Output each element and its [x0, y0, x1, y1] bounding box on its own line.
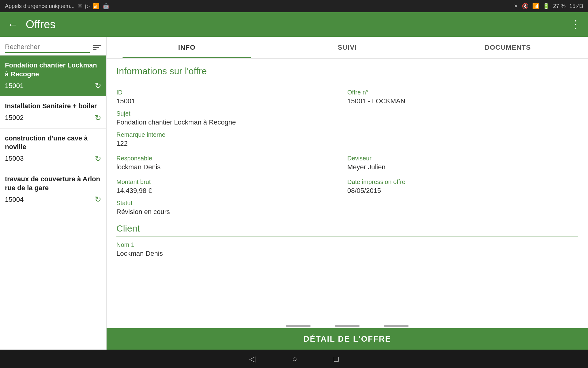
detail-offer-label: DÉTAIL DE L'OFFRE — [303, 334, 391, 344]
battery-percent: 27 % — [553, 3, 566, 10]
scroll-thumb-1 — [286, 325, 311, 327]
montant-value: 14.439,98 € — [116, 187, 347, 195]
montant-field: Montant brut 14.439,98 € — [116, 174, 347, 195]
scroll-thumb-2 — [335, 325, 360, 327]
back-button[interactable]: ← — [7, 18, 18, 31]
statut-field: Statut Révision en cours — [116, 200, 578, 216]
remarque-value: 122 — [116, 140, 578, 148]
sidebar-item-title: Fondation chantier Lockman à Recogne — [5, 61, 101, 79]
sidebar-item-title: construction d'une cave à noville — [5, 134, 101, 151]
detail-content: Informations sur l'offre ID 15001 Offre … — [107, 59, 588, 323]
sidebar: Fondation chantier Lockman à Recogne 150… — [0, 37, 107, 350]
tab-suivi[interactable]: SUIVI — [267, 37, 428, 58]
clock: 15:43 — [569, 3, 583, 10]
sidebar-item-id: 15002 — [5, 114, 24, 122]
android-icon: 🤖 — [103, 3, 109, 10]
nav-recents-button[interactable]: □ — [334, 354, 339, 364]
nom1-label: Nom 1 — [116, 241, 578, 248]
more-menu-button[interactable]: ⋮ — [570, 18, 581, 31]
remarque-label: Remarque interne — [116, 131, 578, 138]
main-content: Fondation chantier Lockman à Recogne 150… — [0, 37, 588, 350]
battery-icon: 🔋 — [543, 3, 549, 10]
sidebar-item-id: 15004 — [5, 196, 24, 204]
nav-bar: ◁ ○ □ — [0, 350, 588, 368]
offre-value: 15001 - LOCKMAN — [347, 97, 578, 105]
sidebar-item[interactable]: construction d'une cave à noville 15003 … — [0, 128, 106, 169]
sidebar-item-title: travaux de couverture à Arlon rue de la … — [5, 175, 101, 192]
wifi-icon: 📶 — [93, 3, 100, 10]
id-offre-grid: ID 15001 Offre n° 15001 - LOCKMAN — [116, 84, 578, 105]
sidebar-item[interactable]: travaux de couverture à Arlon rue de la … — [0, 169, 106, 210]
date-imp-field: Date impression offre 08/05/2015 — [347, 174, 578, 195]
sidebar-item[interactable]: Fondation chantier Lockman à Recogne 150… — [0, 56, 106, 96]
app-bar-left: ← Offres — [7, 18, 55, 31]
responsable-label: Responsable — [116, 155, 347, 162]
sidebar-item-id: 15003 — [5, 155, 24, 163]
responsable-field: Responsable lockman Denis — [116, 150, 347, 171]
sync-icon: ↻ — [95, 195, 101, 204]
offer-section-title: Informations sur l'offre — [116, 66, 578, 79]
offre-field: Offre n° 15001 - LOCKMAN — [347, 84, 578, 105]
responsable-deviseur-grid: Responsable lockman Denis Deviseur Meyer… — [116, 150, 578, 171]
montant-date-grid: Montant brut 14.439,98 € Date impression… — [116, 174, 578, 195]
date-imp-value: 08/05/2015 — [347, 187, 578, 195]
responsable-value: lockman Denis — [116, 163, 347, 171]
deviseur-field: Deviseur Meyer Julien — [347, 150, 578, 171]
search-input[interactable] — [5, 42, 90, 53]
status-bar: Appels d'urgence uniquem... ✉ ▷ 📶 🤖 ✴ 🔇 … — [0, 0, 588, 12]
nom1-field: Nom 1 Lockman Denis — [116, 241, 578, 258]
status-bar-left: Appels d'urgence uniquem... ✉ ▷ 📶 🤖 — [5, 3, 109, 10]
sync-icon: ↻ — [95, 154, 101, 163]
sidebar-item[interactable]: Installation Sanitaire + boiler 15002 ↻ — [0, 96, 106, 128]
detail-panel: INFO SUIVI DOCUMENTS Informations sur l'… — [107, 37, 588, 350]
bluetooth-icon: ✴ — [514, 3, 518, 10]
sidebar-item-footer: 15004 ↻ — [5, 195, 101, 204]
detail-offer-button[interactable]: DÉTAIL DE L'OFFRE — [107, 328, 588, 350]
id-label: ID — [116, 89, 347, 96]
client-section: Client Nom 1 Lockman Denis — [116, 223, 578, 258]
nav-back-button[interactable]: ◁ — [249, 354, 255, 364]
email-icon: ✉ — [78, 3, 82, 10]
sujet-value: Fondation chantier Lockman à Recogne — [116, 118, 578, 126]
sidebar-item-footer: 15003 ↻ — [5, 154, 101, 163]
status-bar-right: ✴ 🔇 📶 🔋 27 % 15:43 — [514, 3, 583, 10]
offre-label: Offre n° — [347, 89, 578, 96]
scroll-thumb-3 — [384, 325, 409, 327]
search-bar — [0, 37, 106, 56]
sidebar-item-footer: 15002 ↻ — [5, 113, 101, 123]
nom1-value: Lockman Denis — [116, 250, 578, 258]
sidebar-item-id: 15001 — [5, 82, 24, 90]
tab-info[interactable]: INFO — [107, 37, 267, 58]
sujet-label: Sujet — [116, 110, 578, 117]
montant-label: Montant brut — [116, 178, 347, 186]
mute-icon: 🔇 — [522, 3, 529, 10]
filter-button[interactable] — [93, 45, 101, 50]
sync-icon: ↻ — [95, 113, 101, 123]
remarque-field: Remarque interne 122 — [116, 131, 578, 148]
wifi-status-icon: 📶 — [532, 3, 539, 10]
sidebar-item-title: Installation Sanitaire + boiler — [5, 102, 101, 111]
nav-home-button[interactable]: ○ — [292, 354, 297, 364]
tabs: INFO SUIVI DOCUMENTS — [107, 37, 588, 59]
deviseur-label: Deviseur — [347, 155, 578, 162]
deviseur-value: Meyer Julien — [347, 163, 578, 171]
statut-value: Révision en cours — [116, 208, 578, 216]
sidebar-list: Fondation chantier Lockman à Recogne 150… — [0, 56, 106, 350]
tab-documents[interactable]: DOCUMENTS — [428, 37, 588, 58]
id-value: 15001 — [116, 97, 347, 105]
sync-icon: ↻ — [95, 81, 101, 90]
sujet-field: Sujet Fondation chantier Lockman à Recog… — [116, 110, 578, 126]
sidebar-item-footer: 15001 ↻ — [5, 81, 101, 90]
status-bar-text: Appels d'urgence uniquem... — [5, 3, 75, 10]
scroll-hint — [107, 323, 588, 328]
signal-icon: ▷ — [85, 3, 90, 10]
date-imp-label: Date impression offre — [347, 178, 578, 186]
app-title: Offres — [26, 18, 55, 31]
statut-label: Statut — [116, 200, 578, 207]
client-section-title: Client — [116, 223, 578, 236]
app-bar: ← Offres ⋮ — [0, 12, 588, 37]
id-field: ID 15001 — [116, 84, 347, 105]
